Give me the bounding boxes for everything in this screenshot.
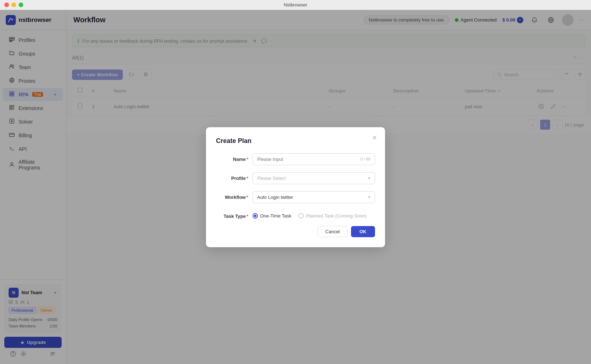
minimize-button[interactable]: [11, 3, 16, 7]
one-time-label: One-Time Task: [260, 213, 291, 219]
modal-close-button[interactable]: ✕: [370, 134, 379, 142]
name-count: 0 / 60: [360, 157, 370, 161]
workflow-label: Workflow*: [216, 191, 248, 200]
modal-overlay: Create Plan ✕ Name* 0 / 60: [66, 10, 591, 364]
titlebar-title: Nstbrowser: [284, 2, 307, 8]
planned-radio-icon: [298, 213, 304, 219]
modal-title: Create Plan: [216, 137, 375, 145]
window-controls[interactable]: [4, 3, 23, 7]
workflow-form-row: Workflow* Auto Login twitter ▾: [216, 191, 375, 203]
name-form-row: Name* 0 / 60: [216, 153, 375, 165]
profile-dropdown-icon: ▾: [368, 176, 370, 181]
cancel-button[interactable]: Cancel: [318, 226, 347, 237]
profile-form-row: Profile* Please Select ▾: [216, 172, 375, 184]
profile-placeholder: Please Select: [257, 176, 286, 181]
task-type-form-row: Task Type* One-Time Task: [216, 210, 375, 219]
ok-button[interactable]: OK: [351, 226, 375, 237]
close-button[interactable]: [4, 3, 9, 7]
one-time-radio-icon: [253, 213, 258, 219]
workflow-select[interactable]: Auto Login twitter ▾: [253, 191, 375, 203]
profile-field: Please Select ▾: [253, 172, 375, 184]
task-type-radio-group: One-Time Task Planned Task (Coming Soon): [253, 210, 375, 219]
create-plan-modal: Create Plan ✕ Name* 0 / 60: [206, 127, 385, 247]
main-content: Workflow Nstbrowser is completely free t…: [66, 10, 591, 364]
planned-task-option[interactable]: Planned Task (Coming Soon): [298, 213, 366, 219]
titlebar: Nstbrowser: [0, 0, 591, 10]
task-type-field: One-Time Task Planned Task (Coming Soon): [253, 210, 375, 219]
profile-select[interactable]: Please Select ▾: [253, 172, 375, 184]
name-label: Name*: [216, 153, 248, 162]
maximize-button[interactable]: [19, 3, 23, 7]
modal-footer: Cancel OK: [216, 226, 375, 237]
one-time-task-option[interactable]: One-Time Task: [253, 213, 291, 219]
workflow-dropdown-icon: ▾: [368, 195, 370, 200]
workflow-value: Auto Login twitter: [257, 195, 293, 200]
planned-label: Planned Task (Coming Soon): [306, 213, 366, 219]
profile-label: Profile*: [216, 172, 248, 181]
name-field: 0 / 60: [253, 153, 375, 165]
one-time-radio-dot: [254, 215, 256, 217]
workflow-field: Auto Login twitter ▾: [253, 191, 375, 203]
task-type-label: Task Type*: [216, 210, 248, 219]
name-input[interactable]: [257, 157, 360, 162]
